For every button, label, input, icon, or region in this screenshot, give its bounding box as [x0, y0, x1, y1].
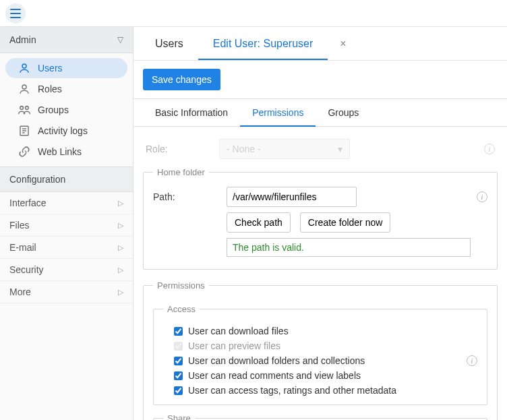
- form-area: Role: - None - ▾ i Home folder Path: i: [133, 127, 507, 420]
- sidebar-config-interface[interactable]: Interface ▷: [0, 192, 133, 214]
- homefolder-legend: Home folder: [153, 167, 209, 177]
- path-input[interactable]: [227, 187, 357, 207]
- sidebar-admin-header[interactable]: Admin ▽: [0, 27, 133, 53]
- sidebar-item-roles[interactable]: Roles: [5, 79, 127, 99]
- perm-preview-files: User can preview files: [163, 338, 477, 353]
- tab-close-button[interactable]: ×: [337, 35, 349, 53]
- perm-checkbox[interactable]: [174, 357, 183, 365]
- group-icon: [18, 104, 31, 116]
- chevron-right-icon: ▷: [118, 243, 123, 252]
- role-select-value: - None -: [227, 144, 261, 154]
- main-tabs: Users Edit User: Superuser ×: [133, 27, 507, 61]
- homefolder-fieldset: Home folder Path: i Check path Create fo…: [143, 167, 498, 270]
- chevron-right-icon: ▷: [118, 288, 123, 297]
- share-fieldset: Share User can share with other users Us…: [153, 413, 487, 420]
- sidebar-config-label: Interface: [9, 198, 46, 208]
- menu-toggle-button[interactable]: [5, 3, 26, 24]
- access-legend: Access: [163, 304, 200, 314]
- log-icon: [18, 125, 31, 137]
- sidebar-item-activity[interactable]: Activity logs: [5, 121, 127, 141]
- perm-checkbox: [174, 342, 183, 351]
- subtab-basic[interactable]: Basic Information: [143, 99, 240, 126]
- perm-label: User can read comments and view labels: [188, 370, 361, 381]
- sidebar-config-files[interactable]: Files ▷: [0, 214, 133, 237]
- sidebar-item-label: Roles: [38, 84, 62, 94]
- sidebar-item-label: Web Links: [38, 146, 82, 157]
- collapse-icon: ▽: [117, 35, 123, 44]
- sidebar-config-label: E-mail: [9, 242, 36, 253]
- info-icon[interactable]: i: [477, 191, 487, 202]
- perm-label: User can access tags, ratings and other …: [188, 385, 396, 396]
- perm-read-comments: User can read comments and view labels: [163, 368, 477, 383]
- info-icon[interactable]: i: [484, 144, 495, 154]
- role-icon: [18, 83, 31, 95]
- info-icon[interactable]: i: [467, 355, 477, 366]
- sidebar-item-label: Users: [38, 63, 63, 73]
- chevron-right-icon: ▷: [118, 221, 123, 230]
- role-row: Role: - None - ▾ i: [143, 136, 498, 167]
- chevron-right-icon: ▷: [118, 199, 123, 208]
- user-icon: [18, 62, 31, 74]
- perm-label: User can download folders and collection…: [188, 355, 365, 366]
- permissions-legend: Permissions: [153, 280, 209, 291]
- access-fieldset: Access User can download files User can …: [153, 304, 487, 405]
- svg-point-6: [26, 107, 29, 110]
- hamburger-icon: [10, 9, 21, 18]
- sidebar-config-more[interactable]: More ▷: [0, 281, 133, 303]
- path-row: Path: i: [153, 187, 487, 207]
- perm-access-metadata: User can access tags, ratings and other …: [163, 383, 477, 398]
- sidebar-item-weblinks[interactable]: Web Links: [5, 142, 127, 162]
- subtabs: Basic Information Permissions Groups: [133, 99, 507, 127]
- topbar: [0, 0, 507, 27]
- save-button[interactable]: Save changes: [143, 69, 220, 90]
- sidebar-admin-label: Admin: [9, 34, 36, 45]
- svg-point-3: [22, 64, 26, 68]
- path-valid-message: The path is valid.: [227, 238, 471, 257]
- permissions-fieldset: Permissions Access User can download fil…: [143, 280, 498, 420]
- svg-point-5: [20, 107, 24, 110]
- path-buttons-row: Check path Create folder now: [153, 212, 487, 233]
- sidebar-item-groups[interactable]: Groups: [5, 100, 127, 120]
- chevron-right-icon: ▷: [118, 266, 123, 274]
- perm-checkbox[interactable]: [174, 371, 183, 380]
- action-bar: Save changes: [133, 61, 507, 99]
- path-valid-row: The path is valid.: [153, 238, 487, 257]
- chevron-down-icon: ▾: [338, 144, 342, 154]
- svg-point-4: [22, 85, 26, 89]
- content-area: Users Edit User: Superuser × Save change…: [133, 27, 507, 420]
- role-select: - None - ▾: [219, 139, 350, 159]
- sidebar-config-email[interactable]: E-mail ▷: [0, 237, 133, 259]
- role-label: Role:: [146, 144, 210, 154]
- sidebar-config-label: More: [9, 287, 31, 297]
- check-path-button[interactable]: Check path: [227, 212, 291, 233]
- path-label: Path:: [153, 191, 217, 202]
- sidebar: Admin ▽ Users Roles Groups Activity logs: [0, 27, 133, 420]
- subtab-permissions[interactable]: Permissions: [240, 99, 316, 126]
- perm-label: User can preview files: [188, 340, 280, 351]
- tab-users[interactable]: Users: [140, 28, 198, 59]
- sidebar-config-label: Security: [9, 264, 44, 275]
- perm-download-folders: User can download folders and collection…: [163, 353, 477, 368]
- sidebar-config-label: Files: [9, 220, 30, 231]
- sidebar-nav: Users Roles Groups Activity logs Web Lin…: [0, 53, 133, 167]
- sidebar-item-label: Activity logs: [38, 125, 88, 136]
- perm-checkbox[interactable]: [174, 386, 183, 395]
- sidebar-item-users[interactable]: Users: [5, 58, 127, 78]
- sidebar-item-label: Groups: [38, 104, 69, 115]
- perm-label: User can download files: [188, 326, 289, 336]
- sidebar-config-header: Configuration: [0, 167, 133, 192]
- perm-download-files: User can download files: [163, 324, 477, 338]
- perm-checkbox[interactable]: [174, 327, 183, 336]
- share-legend: Share: [163, 413, 195, 420]
- create-folder-button[interactable]: Create folder now: [300, 212, 391, 233]
- tab-edit-user[interactable]: Edit User: Superuser: [198, 28, 328, 59]
- link-icon: [18, 146, 31, 158]
- subtab-groups[interactable]: Groups: [316, 99, 371, 126]
- sidebar-config-security[interactable]: Security ▷: [0, 259, 133, 281]
